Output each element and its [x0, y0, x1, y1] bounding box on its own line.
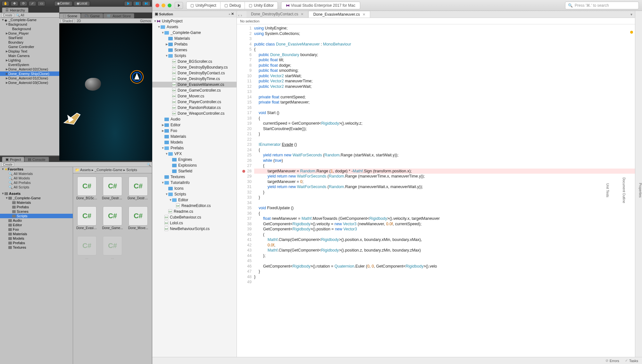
solution-item[interactable]: C#Done_EvasiveManeuver.cs	[152, 82, 237, 87]
solution-close-icon[interactable]: ✕	[231, 12, 234, 16]
project-tree-item[interactable]: Materials	[0, 200, 73, 205]
move-tool[interactable]: ✥	[11, 1, 18, 6]
solution-item[interactable]: C#Done_BGScroller.cs	[152, 59, 237, 64]
solution-item[interactable]: ▼Scripts	[152, 191, 237, 197]
asset-item[interactable]: C#Done_Destro...	[128, 177, 149, 200]
solution-item[interactable]: C#CubeBehaviour.cs	[152, 214, 237, 220]
solution-item[interactable]: C#Lolol.cs	[152, 220, 237, 226]
step-button[interactable]	[142, 1, 150, 6]
solution-item[interactable]: Explosions	[152, 162, 237, 168]
hierarchy-item[interactable]: StarField	[0, 36, 59, 40]
hierarchy-tab[interactable]: ☰ Hierarchy	[2, 7, 29, 12]
hand-tool[interactable]: ✋	[2, 1, 9, 6]
project-tab[interactable]: ▣ Project	[2, 157, 24, 162]
nav-forward-icon[interactable]: ›	[241, 13, 242, 18]
solution-item[interactable]: Scenes	[152, 47, 237, 53]
project-tree-item[interactable]: Textures	[0, 245, 73, 250]
project-tree-item[interactable]: Scripts	[0, 214, 73, 218]
hierarchy-item[interactable]: ▶Lighting	[0, 58, 59, 62]
hierarchy-item[interactable]: ▶Done_Asteroid 02(Clone)	[0, 67, 59, 71]
project-tree-item[interactable]: ▼_Complete-Game	[0, 196, 73, 200]
solution-item[interactable]: Models	[152, 139, 237, 145]
solution-item[interactable]: C#Readme.cs	[152, 209, 237, 214]
hierarchy-tree[interactable]: ▼◈_Complete-Game▼BackgroundBackground▶Do…	[0, 18, 59, 155]
solution-item[interactable]: C#Done_DestroyByBoundary.cs	[152, 64, 237, 70]
asset-item[interactable]: C#Done_Move...	[128, 206, 149, 230]
hierarchy-item[interactable]: Background	[0, 27, 59, 31]
solution-item[interactable]: Textures	[152, 174, 237, 180]
solution-tree[interactable]: ▼⧓UnityProject▼Assets▼_Complete-GameMate…	[152, 17, 237, 357]
solution-item[interactable]: C#Done_Mover.cs	[152, 93, 237, 99]
solution-item[interactable]: ▼⧓UnityProject	[152, 18, 237, 24]
close-tab-icon[interactable]: ✕	[301, 12, 304, 16]
solution-item[interactable]: C#NewBehaviourScript.cs	[152, 226, 237, 232]
pivot-toggle[interactable]: ◉ Center	[54, 1, 72, 6]
project-tree[interactable]: ▼★ Favorites🔍 All Materials🔍 All Models🔍…	[0, 167, 73, 364]
enemy-ship-object[interactable]	[128, 70, 146, 84]
breadcrumb-path[interactable]: No selection	[237, 18, 635, 24]
hierarchy-item[interactable]: Game Controller	[0, 45, 59, 49]
project-tree-item[interactable]: Audio	[0, 218, 73, 223]
asset-item[interactable]: C#Done_Evasiv...	[76, 206, 97, 230]
hierarchy-item[interactable]: ▶Done_Asteroid 03(Clone)	[0, 80, 59, 85]
mode-2d[interactable]: 2D	[77, 19, 81, 23]
scale-tool[interactable]: ⤢	[29, 1, 36, 6]
solution-item[interactable]: Icons	[152, 186, 237, 191]
solution-item[interactable]: ▼Editor	[152, 197, 237, 203]
breadcrumb[interactable]: 📁 Assets ▸ _Complete-Game ▸ Scripts	[73, 167, 152, 173]
project-create[interactable]: Create	[1, 162, 14, 167]
solution-item[interactable]: C#Done_GameController.cs	[152, 87, 237, 93]
project-tree-item[interactable]: Prefabs	[0, 205, 73, 209]
warning-marker-icon[interactable]	[630, 31, 633, 34]
solution-item[interactable]: Audio	[152, 116, 237, 122]
close-tab-icon[interactable]: ✕	[363, 12, 365, 16]
project-tree-item[interactable]: Prefabs	[0, 241, 73, 245]
asset-item[interactable]: C#Done_BGScro...	[76, 177, 97, 200]
code-editor[interactable]: 1 2 3 4 5 6 7 8 9 10 11 12 13 14 15 16 1…	[237, 24, 635, 357]
zoom-icon[interactable]	[168, 4, 171, 7]
editor-tab[interactable]: Done_DestroyByContact.cs✕	[246, 11, 308, 18]
hierarchy-item[interactable]: ▶Done_Enemy Ship(Clone)	[0, 71, 59, 76]
hierarchy-item[interactable]: ▶Display Text	[0, 49, 59, 54]
gutter[interactable]: 1 2 3 4 5 6 7 8 9 10 11 12 13 14 15 16 1…	[237, 24, 254, 357]
nav-back-icon[interactable]: ‹	[238, 13, 239, 18]
project-tree-item[interactable]: Editor	[0, 223, 73, 227]
gizmos-toggle[interactable]: Gizmos	[140, 19, 151, 23]
player-ship-object[interactable]	[61, 108, 83, 128]
console-tab[interactable]: ▤ Console	[24, 157, 49, 162]
tab-overflow-icon[interactable]: ▾	[630, 12, 632, 17]
hierarchy-item[interactable]: Boundary	[0, 40, 59, 45]
solution-item[interactable]: C#Done_DestroyByTime.cs	[152, 76, 237, 82]
solution-item[interactable]: Engines	[152, 157, 237, 162]
pause-button[interactable]	[133, 1, 141, 6]
space-toggle[interactable]: ◉ Local	[74, 1, 90, 6]
solution-item[interactable]: ▼Assets	[152, 24, 237, 30]
favorite-item[interactable]: 🔍 All Models	[0, 176, 73, 180]
hierarchy-item[interactable]: ▼Background	[0, 22, 59, 27]
solution-item[interactable]: Materials	[152, 134, 237, 139]
hierarchy-create[interactable]: Create	[1, 13, 14, 17]
hierarchy-item[interactable]: ▶Done_Asteroid 01(Clone)	[0, 76, 59, 80]
assets-header[interactable]: ▼Assets	[0, 191, 73, 196]
solution-item[interactable]: ▶Prefabs	[152, 41, 237, 47]
solution-item[interactable]: ▼Prefabs	[152, 145, 237, 151]
asteroid-object[interactable]	[85, 78, 101, 91]
solution-item[interactable]: ▼Scripts	[152, 53, 237, 59]
solution-item[interactable]: ▶Editor	[152, 122, 237, 128]
favorites-header[interactable]: ▼★ Favorites	[0, 167, 73, 171]
tasks-button[interactable]: ✓Tasks	[625, 359, 638, 363]
assetstore-tab[interactable]: 🛒 Asset Store	[103, 13, 134, 18]
solution-item[interactable]: C#Done_PlayerController.cs	[152, 99, 237, 105]
search-input[interactable]: 🔍 Press '⌘.' to search	[565, 2, 639, 9]
project-search[interactable]: 🔍	[147, 163, 151, 166]
solution-pin-icon[interactable]: ▫	[229, 12, 230, 16]
project-tree-item[interactable]: Materials	[0, 232, 73, 236]
solution-item[interactable]: ▶Foo	[152, 128, 237, 134]
properties-rail[interactable]: Properties	[638, 183, 642, 198]
rotate-tool[interactable]: ⟳	[20, 1, 27, 6]
solution-item[interactable]: Materials	[152, 36, 237, 41]
errors-button[interactable]: ⊘Errors	[605, 359, 619, 363]
shading-mode[interactable]: Shaded	[61, 19, 75, 23]
game-tab[interactable]: 🎮 Game	[81, 13, 103, 18]
asset-item[interactable]: C#Done_Destro...	[102, 177, 123, 200]
